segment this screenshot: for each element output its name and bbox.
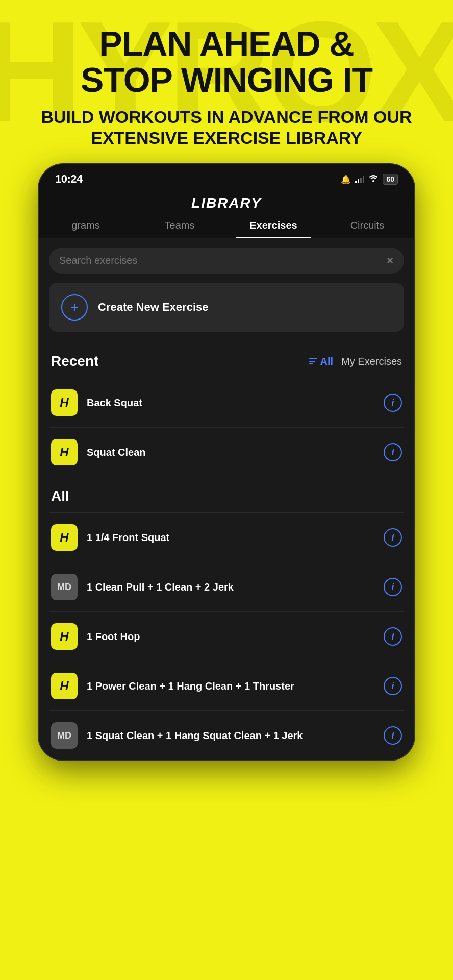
info-icon[interactable]: i (384, 677, 402, 695)
signal-icon (355, 175, 364, 183)
exercise-item[interactable]: H 1 1/4 Front Squat i (49, 512, 404, 562)
exercise-logo: H (51, 673, 78, 699)
info-icon[interactable]: i (384, 578, 402, 596)
wifi-icon (368, 174, 379, 184)
exercise-logo: H (51, 439, 78, 465)
info-icon[interactable]: i (384, 394, 402, 412)
info-icon[interactable]: i (384, 726, 402, 745)
exercise-name: 1 Squat Clean + 1 Hang Squat Clean + 1 J… (87, 729, 374, 742)
exercise-logo: MD (51, 722, 78, 749)
exercise-name: 1 1/4 Front Squat (87, 531, 374, 544)
my-exercises-button[interactable]: My Exercises (341, 356, 402, 368)
create-exercise-label: Create New Exercise (98, 301, 208, 314)
tabs-bar: grams Teams Exercises Circuits (39, 211, 414, 238)
exercise-name: 1 Power Clean + 1 Hang Clean + 1 Thruste… (87, 679, 374, 693)
exercise-name: Back Squat (87, 396, 374, 409)
search-section: ✕ (39, 238, 414, 283)
exercise-item[interactable]: H 1 Foot Hop i (49, 611, 404, 661)
create-plus-icon: + (61, 294, 88, 321)
all-title: All (51, 488, 69, 504)
tab-circuits[interactable]: Circuits (320, 219, 414, 238)
info-icon[interactable]: i (384, 528, 402, 547)
search-input[interactable] (59, 255, 381, 266)
filter-all-button[interactable]: All (309, 356, 334, 368)
bell-icon: 🔔 (341, 175, 351, 184)
exercise-logo: MD (51, 574, 78, 600)
exercise-item[interactable]: H Squat Clean i (49, 427, 404, 477)
promo-section: PLAN AHEAD & STOP WINGING IT BUILD WORKO… (0, 0, 453, 163)
exercise-name: Squat Clean (87, 446, 374, 459)
status-time: 10:24 (55, 173, 83, 186)
phone-wrapper: 10:24 🔔 60 LIBRARY (0, 163, 453, 761)
promo-subtitle: BUILD WORKOUTS IN ADVANCE FROM OUR EXTEN… (20, 107, 433, 149)
status-bar: 10:24 🔔 60 (39, 164, 414, 190)
filter-row: All My Exercises (309, 356, 402, 368)
promo-title: PLAN AHEAD & STOP WINGING IT (20, 26, 433, 99)
exercise-item[interactable]: MD 1 Clean Pull + 1 Clean + 2 Jerk i (49, 562, 404, 611)
create-exercise-button[interactable]: + Create New Exercise (49, 283, 404, 332)
tab-teams[interactable]: Teams (133, 219, 226, 238)
recent-section-header: Recent All My Exercises (49, 342, 404, 378)
exercise-logo: H (51, 623, 78, 650)
search-bar: ✕ (49, 248, 404, 274)
exercise-name: 1 Clean Pull + 1 Clean + 2 Jerk (87, 580, 374, 594)
search-clear-icon[interactable]: ✕ (386, 255, 394, 266)
phone-mockup: 10:24 🔔 60 LIBRARY (38, 163, 415, 761)
info-icon[interactable]: i (384, 443, 402, 461)
exercise-logo: H (51, 389, 78, 416)
exercise-logo: H (51, 524, 78, 551)
info-icon[interactable]: i (384, 627, 402, 646)
exercise-item[interactable]: H 1 Power Clean + 1 Hang Clean + 1 Thrus… (49, 661, 404, 710)
exercise-item[interactable]: MD 1 Squat Clean + 1 Hang Squat Clean + … (49, 710, 404, 760)
tab-exercises[interactable]: Exercises (226, 219, 320, 238)
create-section: + Create New Exercise (39, 283, 414, 342)
recent-title: Recent (51, 353, 98, 370)
exercise-item[interactable]: H Back Squat i (49, 378, 404, 427)
status-icons: 🔔 60 (341, 174, 398, 185)
all-section-header: All (49, 477, 404, 512)
app-header: LIBRARY (39, 190, 414, 211)
battery-indicator: 60 (383, 174, 398, 185)
tab-programs[interactable]: grams (39, 219, 133, 238)
exercise-name: 1 Foot Hop (87, 630, 374, 643)
exercise-list: Recent All My Exercises H Back Squat (39, 342, 414, 760)
filter-icon (309, 358, 317, 364)
library-title: LIBRARY (39, 195, 414, 211)
